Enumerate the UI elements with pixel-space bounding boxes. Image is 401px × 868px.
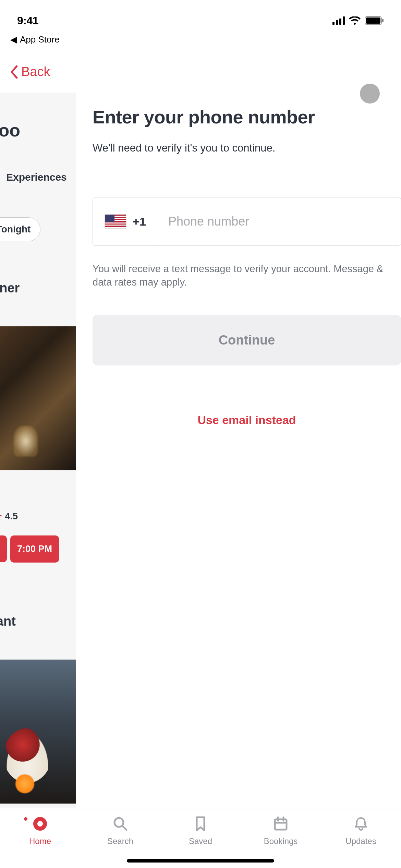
- home-indicator[interactable]: [127, 859, 274, 863]
- tab-home-label: Home: [29, 836, 51, 846]
- close-button[interactable]: [360, 84, 380, 104]
- time-slot-chip[interactable]: 7:00 PM: [10, 535, 59, 563]
- country-code-selector[interactable]: +1: [93, 197, 158, 245]
- cellular-icon: [332, 16, 345, 25]
- bell-icon: [353, 816, 369, 832]
- restaurant-image-2[interactable]: [0, 660, 76, 804]
- svg-rect-3: [343, 16, 345, 25]
- tab-search-label: Search: [107, 836, 133, 846]
- back-button[interactable]: Back: [7, 62, 53, 82]
- restaurant-name: Court: [0, 489, 76, 503]
- back-label: Back: [21, 64, 50, 79]
- caret-left-icon: ◀: [10, 34, 17, 45]
- star-icon: ★: [0, 511, 2, 521]
- time-slot-chip-edge[interactable]: [0, 535, 7, 562]
- phone-entry-panel: Enter your phone number We'll need to ve…: [76, 93, 401, 808]
- search-icon: [112, 816, 128, 832]
- tab-home[interactable]: Home: [0, 816, 80, 846]
- status-time: 9:41: [17, 14, 38, 27]
- tab-saved-label: Saved: [189, 836, 212, 846]
- home-icon: [32, 816, 48, 832]
- svg-rect-1: [336, 20, 338, 25]
- panel-title: Enter your phone number: [93, 106, 401, 128]
- svg-rect-2: [339, 19, 341, 25]
- svg-rect-11: [275, 819, 287, 830]
- bookmark-icon: [193, 816, 208, 832]
- notification-dot-icon: [24, 817, 27, 821]
- bg-experiences-label: Experiences: [6, 141, 76, 183]
- tab-search[interactable]: Search: [80, 816, 160, 846]
- restaurant-meta: rican • ★ 4.5: [0, 511, 76, 522]
- restaurant-rating: 4.5: [5, 511, 18, 521]
- use-email-button[interactable]: Use email instead: [93, 413, 401, 427]
- phone-input-row: +1: [93, 197, 401, 246]
- tab-bookings-label: Bookings: [264, 836, 298, 846]
- restaurant-image[interactable]: [0, 326, 76, 470]
- svg-line-10: [122, 826, 126, 830]
- phone-number-input[interactable]: [158, 197, 401, 245]
- tab-updates[interactable]: Updates: [321, 816, 401, 846]
- appstore-back-link[interactable]: ◀ App Store: [10, 34, 60, 45]
- status-bar: 9:41: [0, 0, 401, 34]
- svg-rect-6: [382, 19, 384, 22]
- battery-icon: [365, 16, 384, 25]
- us-flag-icon: [105, 214, 126, 229]
- bg-time-pill[interactable]: PM Tonight: [0, 217, 40, 241]
- svg-rect-5: [366, 17, 380, 24]
- svg-rect-0: [332, 22, 335, 25]
- appstore-back-label: App Store: [20, 34, 60, 45]
- panel-subtitle: We'll need to verify it's you to continu…: [93, 142, 401, 154]
- tab-saved[interactable]: Saved: [160, 816, 241, 846]
- tab-bookings[interactable]: Bookings: [241, 816, 321, 846]
- continue-button[interactable]: Continue: [93, 315, 401, 365]
- bg-section-restaurants: restaurant: [0, 614, 76, 629]
- country-code-value: +1: [133, 215, 146, 228]
- chevron-left-icon: [10, 65, 18, 79]
- tab-updates-label: Updates: [345, 836, 376, 846]
- calendar-icon: [273, 816, 289, 832]
- wifi-icon: [349, 16, 361, 25]
- background-home-peek: fternoo Experiences PM Tonight for dinne…: [0, 93, 76, 808]
- sms-disclaimer: You will receive a text message to verif…: [93, 262, 401, 289]
- bg-greeting: fternoo: [0, 93, 76, 141]
- svg-point-8: [37, 821, 43, 827]
- status-icons: [332, 16, 384, 25]
- bg-section-dinner: for dinner: [0, 281, 76, 296]
